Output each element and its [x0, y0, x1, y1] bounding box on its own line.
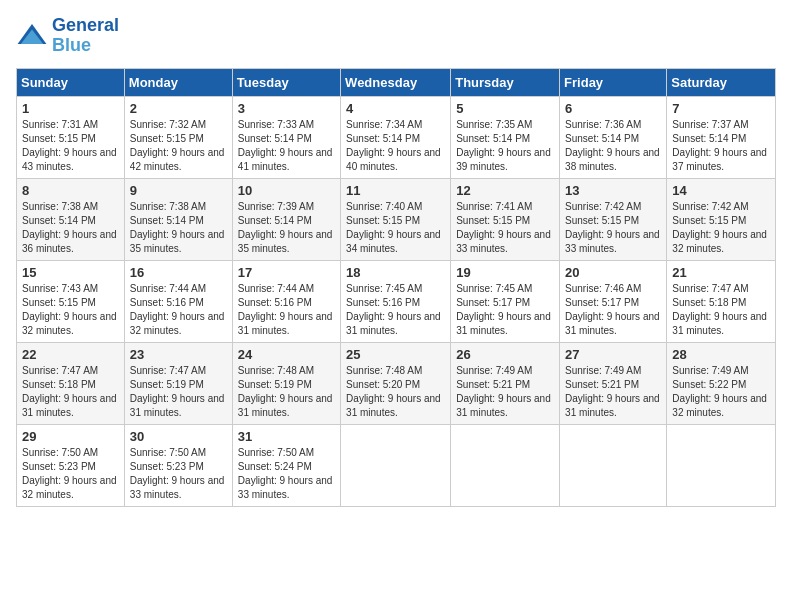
calendar-day-cell: 28Sunrise: 7:49 AMSunset: 5:22 PMDayligh…	[667, 342, 776, 424]
calendar-day-cell: 29Sunrise: 7:50 AMSunset: 5:23 PMDayligh…	[17, 424, 125, 506]
calendar-day-cell: 21Sunrise: 7:47 AMSunset: 5:18 PMDayligh…	[667, 260, 776, 342]
calendar-header-cell: Thursday	[451, 68, 560, 96]
day-info: Sunrise: 7:44 AMSunset: 5:16 PMDaylight:…	[238, 282, 335, 338]
day-info: Sunrise: 7:44 AMSunset: 5:16 PMDaylight:…	[130, 282, 227, 338]
day-number: 1	[22, 101, 119, 116]
day-number: 23	[130, 347, 227, 362]
day-number: 17	[238, 265, 335, 280]
day-info: Sunrise: 7:50 AMSunset: 5:23 PMDaylight:…	[130, 446, 227, 502]
calendar-day-cell: 12Sunrise: 7:41 AMSunset: 5:15 PMDayligh…	[451, 178, 560, 260]
day-info: Sunrise: 7:49 AMSunset: 5:21 PMDaylight:…	[456, 364, 554, 420]
day-number: 22	[22, 347, 119, 362]
day-number: 18	[346, 265, 445, 280]
calendar-day-cell: 1Sunrise: 7:31 AMSunset: 5:15 PMDaylight…	[17, 96, 125, 178]
calendar-header-cell: Tuesday	[232, 68, 340, 96]
day-info: Sunrise: 7:42 AMSunset: 5:15 PMDaylight:…	[672, 200, 770, 256]
calendar-header-cell: Friday	[560, 68, 667, 96]
calendar-day-cell: 18Sunrise: 7:45 AMSunset: 5:16 PMDayligh…	[341, 260, 451, 342]
calendar-day-cell: 23Sunrise: 7:47 AMSunset: 5:19 PMDayligh…	[124, 342, 232, 424]
day-info: Sunrise: 7:47 AMSunset: 5:19 PMDaylight:…	[130, 364, 227, 420]
day-number: 11	[346, 183, 445, 198]
calendar-day-cell: 22Sunrise: 7:47 AMSunset: 5:18 PMDayligh…	[17, 342, 125, 424]
calendar-day-cell	[667, 424, 776, 506]
calendar-day-cell: 9Sunrise: 7:38 AMSunset: 5:14 PMDaylight…	[124, 178, 232, 260]
calendar-day-cell: 15Sunrise: 7:43 AMSunset: 5:15 PMDayligh…	[17, 260, 125, 342]
day-number: 2	[130, 101, 227, 116]
day-info: Sunrise: 7:48 AMSunset: 5:20 PMDaylight:…	[346, 364, 445, 420]
calendar-day-cell: 14Sunrise: 7:42 AMSunset: 5:15 PMDayligh…	[667, 178, 776, 260]
calendar-day-cell: 5Sunrise: 7:35 AMSunset: 5:14 PMDaylight…	[451, 96, 560, 178]
calendar-day-cell: 4Sunrise: 7:34 AMSunset: 5:14 PMDaylight…	[341, 96, 451, 178]
calendar-day-cell: 13Sunrise: 7:42 AMSunset: 5:15 PMDayligh…	[560, 178, 667, 260]
calendar-day-cell: 7Sunrise: 7:37 AMSunset: 5:14 PMDaylight…	[667, 96, 776, 178]
day-number: 4	[346, 101, 445, 116]
calendar-week-row: 15Sunrise: 7:43 AMSunset: 5:15 PMDayligh…	[17, 260, 776, 342]
calendar-week-row: 22Sunrise: 7:47 AMSunset: 5:18 PMDayligh…	[17, 342, 776, 424]
day-number: 20	[565, 265, 661, 280]
calendar-header-row: SundayMondayTuesdayWednesdayThursdayFrid…	[17, 68, 776, 96]
calendar-body: 1Sunrise: 7:31 AMSunset: 5:15 PMDaylight…	[17, 96, 776, 506]
calendar-day-cell	[451, 424, 560, 506]
day-info: Sunrise: 7:43 AMSunset: 5:15 PMDaylight:…	[22, 282, 119, 338]
day-info: Sunrise: 7:50 AMSunset: 5:24 PMDaylight:…	[238, 446, 335, 502]
day-info: Sunrise: 7:41 AMSunset: 5:15 PMDaylight:…	[456, 200, 554, 256]
calendar-day-cell: 16Sunrise: 7:44 AMSunset: 5:16 PMDayligh…	[124, 260, 232, 342]
day-number: 26	[456, 347, 554, 362]
day-number: 29	[22, 429, 119, 444]
day-number: 14	[672, 183, 770, 198]
calendar-header-cell: Saturday	[667, 68, 776, 96]
calendar-header-cell: Sunday	[17, 68, 125, 96]
day-number: 24	[238, 347, 335, 362]
calendar-week-row: 29Sunrise: 7:50 AMSunset: 5:23 PMDayligh…	[17, 424, 776, 506]
calendar-day-cell: 17Sunrise: 7:44 AMSunset: 5:16 PMDayligh…	[232, 260, 340, 342]
day-info: Sunrise: 7:34 AMSunset: 5:14 PMDaylight:…	[346, 118, 445, 174]
calendar-table: SundayMondayTuesdayWednesdayThursdayFrid…	[16, 68, 776, 507]
calendar-day-cell: 10Sunrise: 7:39 AMSunset: 5:14 PMDayligh…	[232, 178, 340, 260]
calendar-day-cell: 6Sunrise: 7:36 AMSunset: 5:14 PMDaylight…	[560, 96, 667, 178]
day-info: Sunrise: 7:49 AMSunset: 5:21 PMDaylight:…	[565, 364, 661, 420]
day-info: Sunrise: 7:38 AMSunset: 5:14 PMDaylight:…	[130, 200, 227, 256]
calendar-day-cell	[560, 424, 667, 506]
calendar-day-cell: 19Sunrise: 7:45 AMSunset: 5:17 PMDayligh…	[451, 260, 560, 342]
day-info: Sunrise: 7:33 AMSunset: 5:14 PMDaylight:…	[238, 118, 335, 174]
day-number: 10	[238, 183, 335, 198]
day-number: 30	[130, 429, 227, 444]
day-info: Sunrise: 7:45 AMSunset: 5:17 PMDaylight:…	[456, 282, 554, 338]
day-info: Sunrise: 7:49 AMSunset: 5:22 PMDaylight:…	[672, 364, 770, 420]
day-number: 12	[456, 183, 554, 198]
calendar-day-cell: 20Sunrise: 7:46 AMSunset: 5:17 PMDayligh…	[560, 260, 667, 342]
day-number: 25	[346, 347, 445, 362]
day-info: Sunrise: 7:42 AMSunset: 5:15 PMDaylight:…	[565, 200, 661, 256]
calendar-day-cell: 8Sunrise: 7:38 AMSunset: 5:14 PMDaylight…	[17, 178, 125, 260]
logo-icon	[16, 20, 48, 52]
day-number: 9	[130, 183, 227, 198]
calendar-day-cell: 26Sunrise: 7:49 AMSunset: 5:21 PMDayligh…	[451, 342, 560, 424]
day-info: Sunrise: 7:39 AMSunset: 5:14 PMDaylight:…	[238, 200, 335, 256]
day-info: Sunrise: 7:47 AMSunset: 5:18 PMDaylight:…	[22, 364, 119, 420]
day-number: 28	[672, 347, 770, 362]
day-info: Sunrise: 7:40 AMSunset: 5:15 PMDaylight:…	[346, 200, 445, 256]
day-number: 3	[238, 101, 335, 116]
calendar-day-cell: 24Sunrise: 7:48 AMSunset: 5:19 PMDayligh…	[232, 342, 340, 424]
calendar-week-row: 1Sunrise: 7:31 AMSunset: 5:15 PMDaylight…	[17, 96, 776, 178]
calendar-header-cell: Wednesday	[341, 68, 451, 96]
day-number: 15	[22, 265, 119, 280]
day-number: 8	[22, 183, 119, 198]
calendar-day-cell: 27Sunrise: 7:49 AMSunset: 5:21 PMDayligh…	[560, 342, 667, 424]
calendar-day-cell: 2Sunrise: 7:32 AMSunset: 5:15 PMDaylight…	[124, 96, 232, 178]
calendar-day-cell	[341, 424, 451, 506]
day-number: 21	[672, 265, 770, 280]
day-info: Sunrise: 7:47 AMSunset: 5:18 PMDaylight:…	[672, 282, 770, 338]
day-info: Sunrise: 7:36 AMSunset: 5:14 PMDaylight:…	[565, 118, 661, 174]
calendar-day-cell: 25Sunrise: 7:48 AMSunset: 5:20 PMDayligh…	[341, 342, 451, 424]
day-info: Sunrise: 7:45 AMSunset: 5:16 PMDaylight:…	[346, 282, 445, 338]
day-info: Sunrise: 7:32 AMSunset: 5:15 PMDaylight:…	[130, 118, 227, 174]
calendar-day-cell: 30Sunrise: 7:50 AMSunset: 5:23 PMDayligh…	[124, 424, 232, 506]
day-info: Sunrise: 7:31 AMSunset: 5:15 PMDaylight:…	[22, 118, 119, 174]
logo-text: General Blue	[52, 16, 119, 56]
logo: General Blue	[16, 16, 119, 56]
calendar-week-row: 8Sunrise: 7:38 AMSunset: 5:14 PMDaylight…	[17, 178, 776, 260]
day-number: 13	[565, 183, 661, 198]
day-info: Sunrise: 7:50 AMSunset: 5:23 PMDaylight:…	[22, 446, 119, 502]
day-number: 16	[130, 265, 227, 280]
